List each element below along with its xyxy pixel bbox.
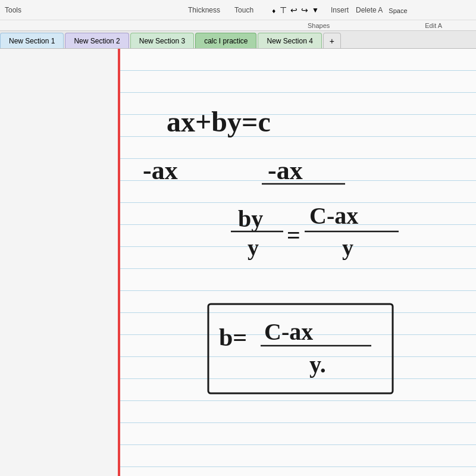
math-svg: ax+by=c -ax -ax by y = C-ax y <box>131 84 464 464</box>
notebook: ax+by=c -ax -ax by y = C-ax y <box>0 49 476 476</box>
tools-label: Tools <box>5 6 21 14</box>
tab-new-section-2[interactable]: New Section 2 <box>65 33 129 48</box>
svg-text:=: = <box>287 222 300 249</box>
space-label[interactable]: Space <box>389 7 407 14</box>
redo-icon[interactable]: ↪ <box>301 5 308 15</box>
toolbar: Tools Thickness Touch ⬧ ⊤ ↩ ↪ ▼ Insert D… <box>0 0 476 20</box>
tab-add-section[interactable]: + <box>323 33 341 48</box>
svg-text:y: y <box>342 235 353 260</box>
left-margin <box>0 49 119 476</box>
edit-label: Edit A <box>425 22 442 29</box>
thickness-label: Thickness <box>188 6 220 14</box>
svg-text:ax+by=c: ax+by=c <box>167 106 271 137</box>
svg-text:y.: y. <box>309 351 326 378</box>
shapes-bar: Shapes Edit A <box>0 20 476 31</box>
tab-new-section-1[interactable]: New Section 1 <box>0 33 64 48</box>
touch-label: Touch <box>234 6 253 14</box>
insert-label[interactable]: Insert <box>331 6 349 14</box>
svg-text:by: by <box>238 205 263 232</box>
svg-text:C-ax: C-ax <box>264 318 313 345</box>
tabs-row: New Section 1 New Section 2 New Section … <box>0 31 476 49</box>
svg-text:y: y <box>248 235 259 260</box>
lasso-icon[interactable]: ⬧ <box>271 5 276 15</box>
tab-calc-practice[interactable]: calc I practice <box>195 33 256 48</box>
svg-text:-ax: -ax <box>143 156 178 185</box>
shapes-label: Shapes <box>308 22 330 29</box>
red-margin-line <box>119 49 120 476</box>
svg-text:b=: b= <box>219 324 247 351</box>
svg-text:-ax: -ax <box>268 156 303 185</box>
eraser-icon[interactable]: ⊤ <box>280 5 287 15</box>
dropdown-icon[interactable]: ▼ <box>312 6 319 14</box>
tab-new-section-3[interactable]: New Section 3 <box>130 33 194 48</box>
undo-icon[interactable]: ↩ <box>290 5 298 15</box>
svg-text:C-ax: C-ax <box>309 202 358 229</box>
tab-new-section-4[interactable]: New Section 4 <box>258 33 321 48</box>
delete-label[interactable]: Delete A <box>356 6 383 14</box>
math-content: ax+by=c -ax -ax by y = C-ax y <box>131 84 464 464</box>
